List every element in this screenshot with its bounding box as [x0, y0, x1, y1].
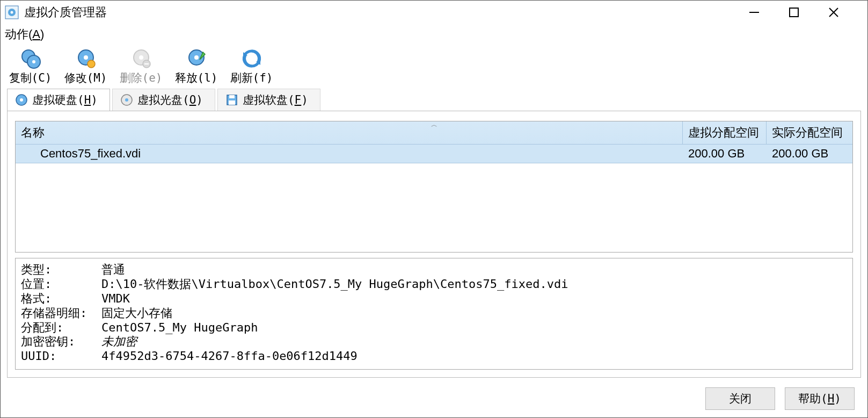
- uuid-label: UUID:: [21, 349, 101, 364]
- location-value: D:\10-软件数据\Virtualbox\CentOS7.5_My HugeG…: [101, 277, 847, 292]
- tab-floppy[interactable]: 虚拟软盘(F): [217, 89, 320, 111]
- tab-optical[interactable]: 虚拟光盘(O): [112, 89, 215, 111]
- close-button[interactable]: [828, 6, 848, 18]
- table-row[interactable]: Centos75_fixed.vdi 200.00 GB 200.00 GB: [16, 145, 852, 163]
- release-button[interactable]: 释放(l): [171, 47, 222, 87]
- type-label: 类型:: [21, 263, 101, 277]
- tab-hdd[interactable]: 虚拟硬盘(H): [7, 89, 110, 111]
- th-virtual-size[interactable]: 虚拟分配空间: [683, 121, 767, 144]
- toolbar: 复制(C) 修改(M) 删除(e) 释放(l) 刷新(f): [1, 46, 867, 89]
- minimize-button[interactable]: [748, 6, 769, 18]
- menubar: 动作(A): [1, 24, 867, 46]
- cell-virtual-size: 200.00 GB: [683, 145, 767, 163]
- media-table: 名称 虚拟分配空间 实际分配空间 Centos75_fixed.vdi 200.…: [15, 121, 853, 253]
- svg-point-18: [194, 55, 199, 60]
- type-value: 普通: [101, 263, 847, 277]
- location-label: 位置:: [21, 277, 101, 292]
- th-actual-size[interactable]: 实际分配空间: [767, 121, 852, 144]
- copy-button[interactable]: 复制(C): [5, 47, 56, 87]
- optical-icon: [120, 93, 133, 106]
- maximize-button[interactable]: [788, 6, 808, 18]
- app-icon: [5, 5, 19, 19]
- format-value: VMDK: [101, 292, 847, 306]
- svg-point-2: [11, 11, 13, 14]
- cell-name: Centos75_fixed.vdi: [16, 145, 683, 163]
- encryption-value: 未加密: [101, 335, 847, 349]
- release-icon: [186, 48, 207, 69]
- help-button[interactable]: 帮助(H): [785, 387, 855, 410]
- svg-rect-4: [790, 8, 798, 17]
- svg-point-9: [32, 60, 35, 63]
- svg-point-11: [84, 55, 88, 60]
- encryption-label: 加密密钥:: [21, 335, 101, 349]
- th-name[interactable]: 名称: [16, 121, 683, 144]
- refresh-button[interactable]: 刷新(f): [226, 47, 277, 87]
- table-body: Centos75_fixed.vdi 200.00 GB 200.00 GB: [16, 145, 852, 252]
- format-label: 格式:: [21, 292, 101, 306]
- tabs: 虚拟硬盘(H) 虚拟光盘(O) 虚拟软盘(F): [1, 89, 867, 111]
- table-header: 名称 虚拟分配空间 实际分配空间: [16, 121, 852, 145]
- delete-button: 删除(e): [115, 47, 166, 87]
- footer: 关闭 帮助(H): [1, 382, 867, 417]
- titlebar: 虚拟介质管理器: [1, 1, 867, 24]
- window-title: 虚拟介质管理器: [24, 4, 107, 20]
- refresh-icon: [241, 48, 262, 69]
- delete-icon: [130, 48, 152, 69]
- modify-button[interactable]: 修改(M): [60, 47, 111, 87]
- svg-point-14: [139, 55, 143, 60]
- window-controls: [748, 6, 863, 18]
- storage-value: 固定大小存储: [101, 306, 847, 321]
- floppy-icon: [225, 93, 238, 106]
- cell-actual-size: 200.00 GB: [767, 145, 852, 163]
- svg-point-22: [125, 98, 128, 102]
- svg-rect-25: [229, 100, 235, 105]
- copy-icon: [20, 48, 41, 69]
- details-panel: 类型: 普通 位置: D:\10-软件数据\Virtualbox\CentOS7…: [15, 258, 853, 370]
- svg-rect-24: [229, 95, 235, 98]
- close-dialog-button[interactable]: 关闭: [705, 387, 775, 410]
- uuid-value: 4f4952d3-6754-4267-8ffa-0e06f12d1449: [101, 349, 847, 364]
- hdd-icon: [15, 93, 28, 106]
- storage-label: 存储器明细:: [21, 306, 101, 321]
- svg-point-12: [87, 60, 95, 68]
- modify-icon: [75, 48, 97, 69]
- svg-point-20: [20, 98, 23, 102]
- content-area: 名称 虚拟分配空间 实际分配空间 Centos75_fixed.vdi 200.…: [7, 111, 861, 378]
- attached-label: 分配到:: [21, 321, 101, 335]
- attached-value: CentOS7.5_My HugeGraph: [101, 321, 847, 335]
- menu-actions[interactable]: 动作(A): [5, 27, 44, 41]
